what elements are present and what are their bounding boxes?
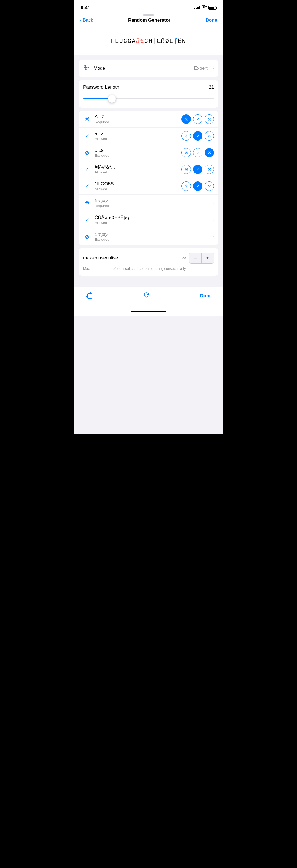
navigation-bar: ‹ Back Random Generator Done [74, 14, 223, 28]
slider-thumb[interactable] [108, 95, 116, 103]
slider-fill [83, 98, 112, 99]
refresh-button[interactable] [143, 291, 151, 301]
mode-value: Expert [194, 66, 208, 71]
allowed-button[interactable]: ✓ [193, 148, 202, 157]
charset-chevron-icon: › [213, 200, 214, 205]
charset-controls: ✳ ✓ ✕ [182, 131, 214, 141]
allowed-check-icon-2: ✓ [83, 165, 91, 173]
back-label: Back [83, 18, 93, 23]
charset-row-empty-required[interactable]: ✳ Empty Required › [79, 195, 218, 211]
charset-status: Required [94, 204, 208, 208]
length-value: 21 [209, 85, 214, 90]
charset-info-custom-allowed: ČÜÅøə€ŒBÊ|øƒ Allowed [94, 215, 208, 225]
nav-title: Random Generator [128, 18, 170, 23]
password-preview: FLÜGGÅ∂€ČH|ŒßØL∫ÊN [74, 28, 223, 56]
svg-point-3 [85, 65, 86, 66]
length-label: Password Length [83, 85, 119, 90]
max-consecutive-card: max-consecutive ∞ − + Maximum number of … [79, 248, 218, 276]
charset-name: 0...9 [94, 148, 178, 153]
status-time: 9:41 [81, 5, 90, 10]
charset-row-special: ✓ #$%^&*... Allowed ✳ ✓ ✕ [79, 161, 218, 178]
slider-track [83, 98, 214, 99]
charset-info-09: 0...9 Excluded [94, 148, 178, 158]
blue-char: ∫ [173, 38, 178, 45]
red-char-2: € [140, 38, 144, 45]
charset-row-custom-allowed[interactable]: ✓ ČÜÅøə€ŒBÊ|øƒ Allowed › [79, 211, 218, 228]
charset-chevron-icon-3: › [213, 234, 214, 239]
charset-controls: ✳ ✓ ✕ [182, 181, 214, 191]
charset-info-az-lower: a...z Allowed [94, 131, 178, 141]
charset-row-az-upper: ✳ A...Z Required ✳ ✓ ✕ [79, 111, 218, 128]
svg-point-5 [85, 69, 86, 70]
signal-bars-icon [194, 6, 200, 9]
charset-status: Required [94, 120, 178, 124]
charset-row-az-lower: ✓ a...z Allowed ✳ ✓ ✕ [79, 128, 218, 145]
charset-info-empty-required: Empty Required [94, 198, 208, 208]
charset-status: Allowed [94, 170, 178, 174]
charset-row-ambiguous: ✓ 1lI|OO5S Allowed ✳ ✓ ✕ [79, 178, 218, 195]
charset-name-custom: ČÜÅøə€ŒBÊ|øƒ [94, 215, 208, 220]
charset-row-empty-excluded[interactable]: ⊘ Empty Excluded › [79, 228, 218, 245]
charset-name: a...z [94, 131, 178, 136]
home-bar [131, 311, 166, 312]
mode-card: Mode Expert › [79, 60, 218, 77]
length-header: Password Length 21 [83, 85, 214, 90]
svg-point-4 [87, 67, 88, 68]
decrement-button[interactable]: − [189, 253, 201, 263]
max-consecutive-row: max-consecutive ∞ − + [83, 253, 214, 264]
required-asterisk-icon: ✳ [83, 115, 91, 123]
allowed-check-icon: ✓ [83, 132, 91, 140]
phone-frame: 9:41 ‹ [74, 0, 223, 434]
mode-chevron-icon: › [213, 66, 214, 71]
charset-status: Excluded [94, 238, 208, 242]
required-button[interactable]: ✳ [182, 181, 191, 191]
nav-done-button[interactable]: Done [206, 18, 217, 23]
battery-icon [209, 6, 216, 10]
required-button[interactable]: ✳ [182, 131, 191, 141]
excluded-block-icon-2: ⊘ [83, 233, 91, 241]
required-button[interactable]: ✳ [182, 165, 191, 174]
charset-status: Allowed [94, 221, 208, 225]
max-consecutive-stepper: − + [189, 253, 214, 264]
charset-status: Excluded [94, 153, 178, 158]
allowed-button[interactable]: ✓ [193, 165, 202, 174]
charset-name: A...Z [94, 114, 178, 120]
allowed-button[interactable]: ✓ [193, 131, 202, 141]
sheet-handle [143, 14, 154, 16]
charset-name: #$%^&*... [94, 164, 178, 170]
wifi-icon [202, 5, 207, 10]
max-consecutive-description: Maximum number of identical characters r… [83, 266, 214, 271]
required-button[interactable]: ✳ [182, 115, 191, 124]
allowed-button[interactable]: ✓ [193, 181, 202, 191]
charset-name-empty-2: Empty [94, 232, 208, 237]
charset-info-ambiguous: 1lI|OO5S Allowed [94, 181, 178, 191]
mode-row[interactable]: Mode Expert › [79, 60, 218, 77]
charset-status: Allowed [94, 187, 178, 191]
max-consecutive-label: max-consecutive [83, 255, 180, 261]
copy-button[interactable] [85, 291, 93, 301]
allowed-button[interactable]: ✓ [193, 115, 202, 124]
charset-controls: ✳ ✓ ✕ [182, 165, 214, 174]
excluded-button[interactable]: ✕ [205, 165, 214, 174]
back-button[interactable]: ‹ Back [80, 17, 93, 23]
increment-button[interactable]: + [201, 253, 214, 263]
toolbar-done-button[interactable]: Done [200, 293, 212, 299]
sliders-icon [83, 64, 90, 72]
excluded-button[interactable]: ✕ [205, 148, 214, 157]
length-slider[interactable] [83, 94, 214, 103]
excluded-button[interactable]: ✕ [205, 181, 214, 191]
home-indicator [74, 309, 223, 316]
charset-controls: ✳ ✓ ✕ [182, 148, 214, 157]
red-char: ∂ [136, 38, 140, 45]
battery-fill [209, 7, 215, 9]
charset-row-09: ⊘ 0...9 Excluded ✳ ✓ ✕ [79, 145, 218, 161]
excluded-button[interactable]: ✕ [205, 115, 214, 124]
back-chevron-icon: ‹ [80, 17, 82, 23]
required-asterisk-icon-2: ✳ [83, 199, 91, 207]
charset-info-special: #$%^&*... Allowed [94, 164, 178, 174]
svg-rect-6 [88, 294, 92, 299]
required-button[interactable]: ✳ [182, 148, 191, 157]
bottom-toolbar: Done [74, 287, 223, 309]
password-length-card: Password Length 21 [79, 80, 218, 107]
excluded-button[interactable]: ✕ [205, 131, 214, 141]
